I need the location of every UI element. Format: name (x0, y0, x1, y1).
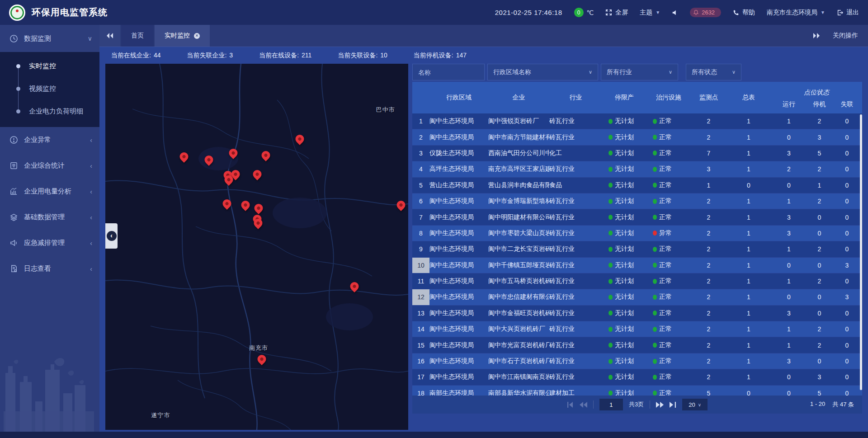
table-row[interactable]: 8阆中生态环境局阆中市枣碧大梁山页岩砖瓦行业无计划异常21300 (412, 226, 862, 241)
cell-district: 阆中生态环境局 (429, 229, 488, 237)
cell-industry: 砖瓦行业 (549, 261, 602, 269)
double-chevron-right-icon[interactable] (813, 33, 820, 39)
cell-stop: 2 (807, 245, 832, 253)
next-page-button[interactable] (656, 402, 664, 408)
cell-offline: 0 (832, 342, 862, 349)
col-industry: 行业 (549, 82, 602, 113)
cell-district: 高坪生态环境局 (429, 165, 488, 173)
status-green-dot (653, 263, 657, 268)
status-green-dot (653, 151, 657, 155)
table-scrollbar[interactable] (860, 114, 862, 390)
table-row[interactable]: 12阆中生态环境局阆中市忠信建材有限公砖瓦行业无计划正常21003 (412, 289, 862, 305)
tab-实时监控[interactable]: 实时监控✕ (155, 25, 210, 47)
cell-meters: 1 (726, 230, 771, 237)
tab-首页[interactable]: 首页 (121, 25, 154, 47)
cell-points: 2 (691, 134, 726, 141)
table-row[interactable]: 10阆中生态环境局阆中千佛镇五郎垭页岩砖瓦行业无计划正常21003 (412, 258, 862, 273)
page-number-input[interactable] (599, 399, 623, 410)
cell-run: 1 (771, 278, 807, 285)
cell-industry: 食品 (549, 181, 602, 189)
pagination-summary: 1 - 20 共 47 条 (708, 400, 854, 409)
table-row[interactable]: 11阆中生态环境局阆中市五马桥页岩机砖砖瓦行业无计划正常21120 (412, 273, 862, 289)
table-row[interactable]: 2阆中生态环境局阆中市南方节能建材有砖瓦行业无计划正常21030 (412, 129, 862, 145)
city-label: 遂宁市 (151, 411, 170, 419)
sidebar-item-企业异常[interactable]: 企业异常‹ (0, 127, 99, 153)
map-collapse-button[interactable]: ‹ (105, 223, 118, 249)
sidebar-subitem-企业电力负荷明细[interactable]: 企业电力负荷明细 (0, 100, 99, 122)
notification-badge[interactable]: 2632 (690, 8, 721, 17)
sidebar-item-数据监测[interactable]: 数据监测∨ (0, 25, 99, 52)
cell-index: 11 (412, 273, 429, 289)
table-row[interactable]: 18南部生态环境局南部县新华水泥有限公建材加工无计划正常50050 (412, 386, 862, 396)
exit-icon (837, 9, 843, 16)
col-points: 监测点 (691, 82, 726, 113)
cell-production-status: 无计划 (602, 341, 646, 349)
sidebar-item-应急减排管理[interactable]: 应急减排管理‹ (0, 230, 99, 256)
cell-company: 阆中千佛镇五郎垭页岩 (488, 261, 549, 269)
tabs-scroll-left-button[interactable] (99, 25, 120, 47)
cell-points: 2 (691, 278, 726, 285)
cell-industry: 砖瓦行业 (549, 117, 602, 125)
theme-dropdown[interactable]: 主题 ▼ (640, 9, 660, 17)
cell-index: 15 (412, 337, 429, 353)
prev-page-button[interactable] (580, 402, 587, 408)
cell-points: 2 (691, 118, 726, 125)
cell-meters: 0 (726, 390, 771, 396)
cell-facility-status: 正常 (646, 149, 691, 157)
cell-points: 2 (691, 310, 726, 317)
table-row[interactable]: 9阆中生态环境局阆中市二龙长宝页岩砖砖瓦行业无计划正常21120 (412, 241, 862, 257)
fullscreen-button[interactable]: 全屏 (605, 9, 628, 17)
help-button[interactable]: 帮助 (733, 9, 755, 17)
cell-facility-status: 正常 (646, 181, 691, 189)
close-operations-button[interactable]: 关闭操作 (833, 32, 858, 40)
col-company: 企业 (488, 82, 549, 113)
last-page-button[interactable] (670, 402, 676, 408)
cell-industry: 砖瓦行业 (549, 197, 602, 205)
sidebar-subitem-实时监控[interactable]: 实时监控 (0, 55, 99, 77)
sound-button[interactable] (672, 9, 678, 16)
cell-production-status: 无计划 (602, 373, 646, 381)
cell-facility-status: 正常 (646, 293, 691, 301)
cell-industry: 砖瓦行业 (549, 373, 602, 381)
status-green-dot (609, 263, 613, 268)
sidebar-item-基础数据管理[interactable]: 基础数据管理‹ (0, 204, 99, 230)
status-green-dot (653, 343, 657, 348)
region-select[interactable]: 行政区域名称 ∨ (487, 64, 598, 80)
table-row[interactable]: 7阆中生态环境局阆中明阳建材有限公司砖瓦行业无计划正常21300 (412, 209, 862, 225)
table-row[interactable]: 16阆中生态环境局阆中市石子页岩机砖厂砖瓦行业无计划正常21300 (412, 353, 862, 369)
logout-button[interactable]: 退出 (837, 9, 859, 17)
cell-index: 6 (412, 193, 429, 209)
table-row[interactable]: 17阆中生态环境局阆中市江南镇阆南页岩砖瓦行业无计划正常21030 (412, 369, 862, 385)
page-size-select[interactable]: 20 ∨ (682, 399, 708, 410)
name-search-input[interactable] (412, 64, 485, 80)
sidebar-subitem-视频监控[interactable]: 视频监控 (0, 77, 99, 100)
organization-dropdown[interactable]: 南充市生态环境局 ▼ (767, 9, 825, 17)
table-row[interactable]: 15阆中生态环境局阆中市光富页岩机砖厂砖瓦行业无计划正常21120 (412, 337, 862, 353)
table-row[interactable]: 14阆中生态环境局阆中大兴页岩机砖厂砖瓦行业无计划正常21120 (412, 321, 862, 337)
cell-district: 营山生态环境局 (429, 181, 488, 189)
table-row[interactable]: 6阆中生态环境局阆中市金博瑞新型墙材砖瓦行业无计划正常21120 (412, 193, 862, 209)
cell-meters: 1 (726, 293, 771, 301)
main-area: 首页实时监控✕ 关闭操作 当前在线企业:44当前失联企业:3当前在线设备:211… (99, 25, 868, 432)
cell-meters: 1 (726, 278, 771, 285)
first-page-button[interactable] (567, 402, 574, 408)
industry-select[interactable]: 所有行业 ∨ (601, 64, 678, 80)
cell-industry: 建材加工 (549, 389, 602, 396)
cell-industry: 砖瓦行业 (549, 277, 602, 285)
sidebar-item-企业综合统计[interactable]: 企业综合统计‹ (0, 153, 99, 179)
table-row[interactable]: 3仪陇生态环境局西南油气田分公司川中化工无计划正常71350 (412, 146, 862, 161)
close-icon[interactable]: ✕ (194, 33, 200, 39)
cell-offline: 0 (832, 390, 862, 396)
cell-stop: 0 (807, 293, 832, 301)
table-row[interactable]: 5营山生态环境局营山县润丰肉食品有限食品无计划正常10010 (412, 178, 862, 193)
sidebar-item-企业用电量分析[interactable]: 企业用电量分析‹ (0, 179, 99, 204)
sidebar-item-日志查看[interactable]: 日志查看‹ (0, 256, 99, 282)
table-row[interactable]: 4高坪生态环境局南充市高坪区王家店建砖瓦行业无计划正常31220 (412, 161, 862, 177)
table-row[interactable]: 13阆中生态环境局阆中市金福旺页岩机砖砖瓦行业无计划正常21300 (412, 306, 862, 321)
status-green-dot (609, 167, 613, 172)
status-select[interactable]: 所有状态 ∨ (686, 64, 741, 80)
cell-company: 阆中市枣碧大梁山页岩 (488, 229, 549, 237)
map[interactable]: ‹ 巴中市南充市遂宁市 (105, 64, 408, 430)
chevron-down-icon: ▼ (656, 10, 660, 15)
table-row[interactable]: 1阆中生态环境局阆中强锐页岩砖厂砖瓦行业无计划正常21120 (412, 113, 862, 129)
